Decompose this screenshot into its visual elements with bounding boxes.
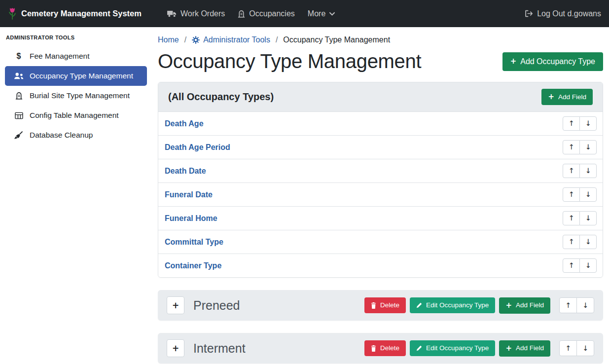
breadcrumb-admin-tools-label: Administrator Tools [203, 36, 270, 44]
logout-label: Log Out d.gowans [537, 9, 601, 18]
plus-icon: + [510, 58, 517, 65]
move-down-button[interactable]: ↓ [579, 140, 597, 154]
nav-work-orders[interactable]: Work Orders [167, 9, 225, 18]
move-up-button[interactable]: ↑ [559, 297, 577, 313]
field-row: Committal Type ↑ ↓ [158, 230, 603, 254]
sidebar-item-burial-site-type-management[interactable]: Burial Site Type Management [5, 86, 147, 106]
top-navbar: Cemetery Management System Work Orders O… [0, 0, 609, 27]
dollar-icon: $ [13, 52, 25, 61]
arrow-down-icon: ↓ [585, 120, 591, 127]
arrow-down-icon: ↓ [585, 238, 591, 246]
tombstone-icon [13, 92, 25, 100]
sidebar-heading: Administrator Tools [5, 35, 147, 46]
logout-link[interactable]: Log Out d.gowans [525, 9, 601, 18]
reorder-buttons: ↑ ↓ [563, 140, 597, 154]
all-occupancy-types-card: (All Occupancy Types) + Add Field Death … [158, 82, 603, 278]
field-row: Funeral Home ↑ ↓ [158, 206, 603, 230]
delete-button[interactable]: Delete [364, 297, 406, 313]
add-occupancy-type-button[interactable]: + Add Occupancy Type [502, 52, 603, 71]
delete-button[interactable]: Delete [364, 340, 406, 356]
add-field-button[interactable]: + Add Field [499, 297, 550, 314]
arrow-up-icon: ↑ [568, 191, 574, 198]
arrow-up-icon: ↑ [568, 215, 574, 222]
sidebar-item-database-cleanup[interactable]: Database Cleanup [5, 125, 147, 145]
breadcrumb-home[interactable]: Home [158, 36, 179, 44]
move-up-button[interactable]: ↑ [563, 235, 580, 249]
sidebar-item-label: Database Cleanup [30, 131, 93, 140]
card-title: (All Occupancy Types) [168, 91, 274, 103]
move-up-button[interactable]: ↑ [563, 211, 580, 225]
pencil-icon [416, 345, 422, 351]
trash-icon [371, 345, 376, 352]
move-down-button[interactable]: ↓ [579, 116, 597, 131]
move-down-button[interactable]: ↓ [579, 258, 597, 273]
tulip-logo-icon [8, 7, 17, 20]
reorder-buttons: ↑ ↓ [559, 297, 594, 313]
breadcrumb-separator: / [276, 36, 278, 44]
arrow-down-icon: ↓ [585, 167, 591, 175]
reorder-buttons: ↑ ↓ [563, 258, 597, 273]
arrow-down-icon: ↓ [585, 215, 591, 222]
expand-section-button[interactable]: + [167, 339, 184, 357]
pencil-icon [416, 302, 422, 308]
reorder-buttons: ↑ ↓ [563, 235, 597, 249]
delete-label: Delete [380, 302, 399, 309]
app-title: Cemetery Management System [21, 9, 142, 18]
field-row: Death Age ↑ ↓ [158, 112, 603, 135]
add-field-button[interactable]: + Add Field [499, 340, 550, 357]
move-up-button[interactable]: ↑ [563, 140, 580, 154]
field-row: Death Age Period ↑ ↓ [158, 135, 603, 159]
arrow-up-icon: ↑ [568, 120, 574, 127]
arrow-down-icon: ↓ [585, 144, 591, 151]
add-field-label: Add Field [516, 302, 544, 309]
move-down-button[interactable]: ↓ [579, 164, 597, 178]
add-field-button[interactable]: + Add Field [541, 89, 593, 105]
reorder-buttons: ↑ ↓ [563, 116, 597, 131]
plus-icon: + [172, 343, 179, 353]
arrow-up-icon: ↑ [568, 238, 574, 246]
edit-occupancy-type-button[interactable]: Edit Occupancy Type [410, 297, 495, 313]
logout-icon [525, 10, 533, 17]
truck-icon [167, 10, 177, 17]
move-down-button[interactable]: ↓ [579, 187, 597, 202]
field-link[interactable]: Death Age [165, 119, 204, 128]
sidebar-item-label: Config Table Management [30, 111, 119, 120]
arrow-up-icon: ↑ [565, 302, 571, 309]
move-down-button[interactable]: ↓ [576, 297, 594, 313]
sidebar-item-label: Occupancy Type Management [30, 72, 133, 80]
field-link[interactable]: Container Type [165, 261, 221, 270]
sidebar-item-fee-management[interactable]: $ Fee Management [5, 46, 147, 66]
breadcrumb-home-label: Home [158, 36, 179, 44]
sidebar-item-config-table-management[interactable]: Config Table Management [5, 106, 147, 125]
breadcrumb-admin-tools[interactable]: Administrator Tools [192, 36, 270, 44]
field-link[interactable]: Funeral Home [165, 214, 217, 223]
field-link[interactable]: Death Date [165, 167, 206, 176]
expand-section-button[interactable]: + [167, 296, 184, 314]
page-layout: Administrator Tools $ Fee Management Occ… [0, 27, 609, 364]
move-up-button[interactable]: ↑ [563, 164, 580, 178]
tombstone-icon [238, 10, 245, 18]
field-link[interactable]: Death Age Period [165, 143, 230, 152]
sidebar-item-occupancy-type-management[interactable]: Occupancy Type Management [5, 66, 147, 86]
edit-occupancy-type-button[interactable]: Edit Occupancy Type [410, 340, 495, 356]
nav-more[interactable]: More [308, 9, 335, 18]
field-link[interactable]: Committal Type [165, 238, 223, 247]
move-up-button[interactable]: ↑ [563, 187, 580, 202]
trash-icon [371, 302, 376, 309]
field-link[interactable]: Funeral Date [165, 190, 213, 199]
sidebar: Administrator Tools $ Fee Management Occ… [0, 27, 152, 145]
add-field-label: Add Field [516, 345, 544, 352]
users-icon [13, 73, 25, 79]
plus-icon: + [505, 302, 512, 309]
occupancy-type-section-interment: + Interment Delete Edit Occupancy Type +… [158, 333, 603, 364]
edit-occupancy-type-label: Edit Occupancy Type [426, 302, 489, 309]
plus-icon: + [172, 300, 179, 310]
move-up-button[interactable]: ↑ [563, 116, 580, 131]
edit-occupancy-type-label: Edit Occupancy Type [426, 345, 489, 352]
move-down-button[interactable]: ↓ [579, 235, 597, 249]
move-down-button[interactable]: ↓ [579, 211, 597, 225]
nav-occupancies[interactable]: Occupancies [238, 9, 295, 18]
move-up-button[interactable]: ↑ [559, 340, 577, 356]
move-up-button[interactable]: ↑ [563, 258, 580, 273]
move-down-button[interactable]: ↓ [576, 340, 594, 356]
